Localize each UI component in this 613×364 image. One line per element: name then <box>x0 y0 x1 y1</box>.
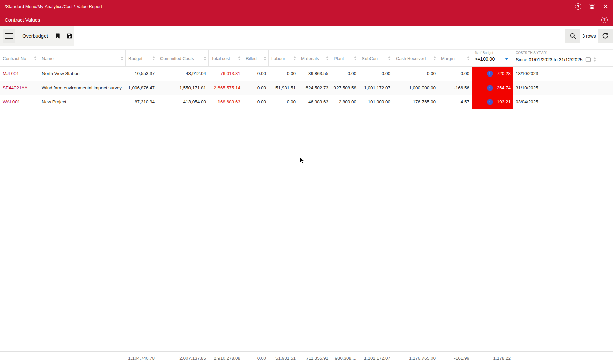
cash-received-cell: 176,765.00 <box>393 95 438 109</box>
report-title-bar: Contract Values ? <box>0 13 613 26</box>
sort-icon[interactable] <box>388 56 391 61</box>
materials-cell: 39,863.55 <box>298 67 331 81</box>
bookmark-icon[interactable] <box>54 32 61 40</box>
billed-cell: 0.00 <box>243 67 269 81</box>
sort-icon[interactable] <box>152 56 155 61</box>
table-row[interactable]: WAL001 New Project 87,310.94 413,054.00 … <box>0 95 613 109</box>
filler-cell <box>599 67 613 81</box>
save-icon[interactable] <box>66 32 74 40</box>
chevron-down-icon[interactable] <box>505 58 508 60</box>
total-labour: 51,931.51 <box>269 352 298 364</box>
table-header: Contract No Name Budget Committed Costs … <box>0 49 613 67</box>
pct-of-budget-cell[interactable]: ! 264.74 <box>472 81 513 95</box>
budget-cell: 10,553.37 <box>126 67 157 81</box>
pct-value: 264.74 <box>497 85 511 90</box>
search-icon <box>569 32 577 40</box>
pct-of-budget-cell[interactable]: ! 193.21 <box>472 95 513 109</box>
date-range-filter-value[interactable]: Since 01/01/2023 to 31/12/2025 <box>516 57 583 62</box>
column-header-subcon[interactable]: SubCon <box>359 50 393 67</box>
pct-filter-value[interactable]: >=100.00 <box>475 56 495 62</box>
toolbar: Overbudget <box>0 26 613 46</box>
alert-badge-icon: ! <box>487 71 493 77</box>
plant-cell: 927,508.58 <box>331 81 359 95</box>
sort-icon[interactable] <box>204 56 206 61</box>
subcon-cell: 0.00 <box>359 67 393 81</box>
budget-cell: 87,310.94 <box>126 95 157 109</box>
sort-icon[interactable] <box>467 56 470 61</box>
column-header-labour[interactable]: Labour <box>269 50 298 67</box>
mouse-cursor <box>300 157 306 165</box>
table-body: MJL001 North View Station 10,553.37 43,9… <box>0 67 613 109</box>
pct-value: 193.21 <box>497 99 511 104</box>
total-budget: 1,104,740.78 <box>126 352 157 364</box>
labour-cell: 51,931.51 <box>269 81 298 95</box>
totals-row: 1,104,740.78 2,007,137.85 2,910,278.08 0… <box>0 351 613 364</box>
sort-icon[interactable] <box>238 56 241 61</box>
sort-icon[interactable] <box>326 56 329 61</box>
column-header-name[interactable]: Name <box>39 50 126 67</box>
labour-cell: 0.00 <box>269 67 298 81</box>
report-help-icon[interactable]: ? <box>601 17 608 23</box>
name-cell: Wind farm environmental impact survey <box>39 81 126 95</box>
page-title: Contract Values <box>5 17 40 23</box>
column-header-budget[interactable]: Budget <box>126 50 157 67</box>
sort-icon[interactable] <box>293 56 296 61</box>
pct-of-budget-cell[interactable]: ! 720.28 <box>472 67 513 81</box>
plant-cell: 0.00 <box>331 67 359 81</box>
table-row[interactable]: MJL001 North View Station 10,553.37 43,9… <box>0 67 613 81</box>
refresh-button[interactable] <box>598 29 613 43</box>
rows-count: 3 rows <box>580 33 598 39</box>
total-cost-cell: 76,013.31 <box>209 67 243 81</box>
sort-icon[interactable] <box>264 56 266 61</box>
contract-no-link[interactable]: MJL001 <box>0 67 39 81</box>
close-icon[interactable]: ✕ <box>603 3 608 10</box>
billed-cell: 0.00 <box>243 95 269 109</box>
total-total-cost: 2,910,278.08 <box>209 352 243 364</box>
column-header-margin[interactable]: Margin <box>438 50 472 67</box>
compress-icon[interactable] <box>589 3 595 10</box>
column-header-total-cost[interactable]: Total cost <box>209 50 243 67</box>
contract-no-link[interactable]: SE44021AA <box>0 81 39 95</box>
column-header-contract-no[interactable]: Contract No <box>0 50 39 67</box>
sort-icon[interactable] <box>354 56 357 61</box>
app-window: /Standard Menu/My Analytics/Cost \ Value… <box>0 0 613 364</box>
sort-icon[interactable] <box>593 57 596 62</box>
budget-cell: 1,006,876.47 <box>126 81 157 95</box>
materials-cell: 46,989.63 <box>298 95 331 109</box>
column-header-committed-costs[interactable]: Committed Costs <box>157 50 209 67</box>
column-header-cash-received[interactable]: Cash Received <box>393 50 438 67</box>
column-header-pct-of-budget[interactable]: % of Budget >=100.00 <box>472 50 513 67</box>
search-button[interactable] <box>565 29 580 43</box>
committed-costs-cell: 43,912.04 <box>157 67 209 81</box>
labour-cell: 0.00 <box>269 95 298 109</box>
margin-cell: 4.57 <box>438 95 472 109</box>
view-name-label: Overbudget <box>22 33 48 39</box>
billed-cell: 0.00 <box>243 81 269 95</box>
sort-icon[interactable] <box>34 56 37 61</box>
sort-icon[interactable] <box>433 56 436 61</box>
top-bar: /Standard Menu/My Analytics/Cost \ Value… <box>0 0 613 13</box>
column-header-costs-this-year[interactable]: COSTS THIS YEAR1 Since 01/01/2023 to 31/… <box>513 50 599 67</box>
help-icon[interactable]: ? <box>575 3 581 10</box>
margin-cell: 0.00 <box>438 67 472 81</box>
refresh-icon <box>602 32 609 40</box>
name-cell: North View Station <box>39 67 126 81</box>
calendar-icon[interactable] <box>585 56 591 63</box>
contract-no-link[interactable]: WAL001 <box>0 95 39 109</box>
hamburger-icon <box>5 33 13 39</box>
subcon-cell: 101,000.00 <box>359 95 393 109</box>
menu-button[interactable] <box>3 29 15 43</box>
sort-icon[interactable] <box>121 56 123 61</box>
costs-this-year-cell: 13/10/2023 <box>513 67 599 81</box>
toolbar-left-panel: Overbudget <box>0 26 74 46</box>
alert-badge-icon: ! <box>487 85 493 91</box>
materials-cell: 624,502.73 <box>298 81 331 95</box>
column-header-plant[interactable]: Plant <box>331 50 359 67</box>
margin-cell: -166.56 <box>438 81 472 95</box>
pct-value: 720.28 <box>497 71 511 76</box>
column-header-materials[interactable]: Materials <box>298 50 331 67</box>
table-row[interactable]: SE44021AA Wind farm environmental impact… <box>0 81 613 95</box>
column-header-filler <box>599 50 613 67</box>
column-header-billed[interactable]: Billed <box>243 50 269 67</box>
total-margin: -161.99 <box>438 352 472 364</box>
